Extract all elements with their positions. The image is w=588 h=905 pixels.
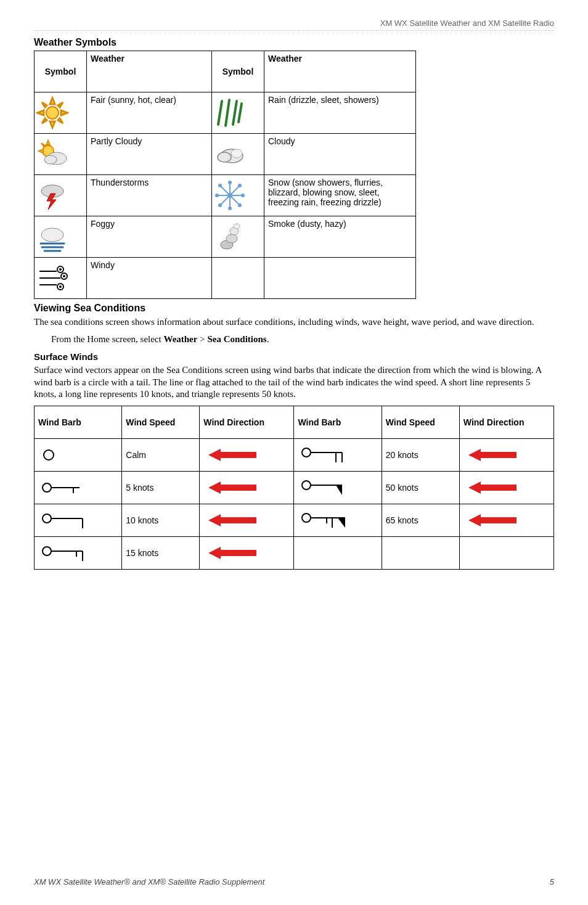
sea-conditions-cmd: From the Home screen, select Weather > S… xyxy=(51,334,554,346)
col-weather: Weather xyxy=(87,51,212,92)
rain-icon xyxy=(213,96,247,129)
svg-line-3 xyxy=(233,101,237,125)
wind-direction-arrow-icon xyxy=(463,446,525,464)
page-footer: XM WX Satellite Weather® and XM® Satelli… xyxy=(34,877,554,887)
wind-barb-20-icon xyxy=(299,444,354,466)
surface-winds-heading: Surface Winds xyxy=(34,351,554,362)
wind-barb-calm-icon xyxy=(39,446,95,464)
svg-point-38 xyxy=(63,275,65,277)
svg-point-17 xyxy=(228,181,232,184)
wind-direction-arrow-icon xyxy=(203,478,265,497)
col-symbol: Symbol xyxy=(212,51,264,92)
windy-icon xyxy=(36,261,69,295)
svg-line-1 xyxy=(218,101,222,125)
wind-table: Wind Barb Wind Speed Wind Direction Wind… xyxy=(34,406,554,570)
svg-point-37 xyxy=(59,268,62,271)
footer-page-number: 5 xyxy=(550,877,554,887)
svg-line-4 xyxy=(239,104,242,122)
table-row: Calm 20 knots xyxy=(35,438,554,471)
wind-direction-arrow-icon xyxy=(463,478,525,497)
svg-point-9 xyxy=(218,152,231,162)
svg-point-49 xyxy=(43,483,51,492)
svg-rect-76 xyxy=(219,550,256,556)
cmd-sep: > xyxy=(197,334,207,344)
table-row: 5 knots 50 knots xyxy=(35,471,554,504)
col-wind-speed: Wind Speed xyxy=(122,406,200,438)
svg-point-54 xyxy=(302,481,311,489)
col-wind-barb: Wind Barb xyxy=(35,406,122,438)
weather-thunderstorms: Thunderstorms xyxy=(87,175,212,216)
wind-direction-arrow-icon xyxy=(203,446,265,464)
table-row: Partly Cloudy Cloudy xyxy=(35,134,416,175)
svg-marker-69 xyxy=(468,514,481,526)
wind-speed: 20 knots xyxy=(382,438,459,471)
wind-direction-arrow-icon xyxy=(203,544,265,562)
foggy-icon xyxy=(36,220,69,253)
weather-rain: Rain (drizzle, sleet, showers) xyxy=(264,92,416,134)
wind-barb-5-icon xyxy=(39,478,95,497)
svg-point-19 xyxy=(215,194,219,197)
header-rule xyxy=(34,30,554,31)
weather-windy: Windy xyxy=(87,258,212,299)
table-row: Fair (sunny, hot, clear) Rain (drizzle, … xyxy=(35,92,416,134)
svg-marker-56 xyxy=(336,485,342,495)
smoke-icon xyxy=(213,220,247,253)
wind-barb-65-icon xyxy=(299,509,354,531)
svg-point-24 xyxy=(218,203,222,207)
svg-point-22 xyxy=(238,203,242,207)
table-row: Symbol Weather Symbol Weather xyxy=(35,51,416,92)
cmd-post: . xyxy=(267,334,269,344)
wind-barb-50-icon xyxy=(299,477,354,499)
wind-speed: 50 knots xyxy=(382,471,459,504)
weather-cloudy: Cloudy xyxy=(264,134,416,175)
wind-speed: 15 knots xyxy=(122,536,200,569)
svg-marker-57 xyxy=(468,481,481,494)
svg-marker-62 xyxy=(208,514,221,526)
svg-point-33 xyxy=(234,224,240,229)
wind-direction-arrow-icon xyxy=(463,511,525,530)
svg-marker-68 xyxy=(338,518,345,528)
svg-point-26 xyxy=(41,228,63,242)
svg-point-31 xyxy=(226,234,237,243)
col-wind-direction: Wind Direction xyxy=(459,406,553,438)
col-wind-barb: Wind Barb xyxy=(294,406,382,438)
svg-point-18 xyxy=(228,207,232,210)
col-wind-speed: Wind Speed xyxy=(382,406,459,438)
weather-fair: Fair (sunny, hot, clear) xyxy=(87,92,212,134)
svg-point-39 xyxy=(59,285,62,288)
header-right: XM WX Satellite Weather and XM Satellite… xyxy=(380,18,554,28)
svg-rect-53 xyxy=(219,485,256,491)
svg-point-10 xyxy=(231,149,242,158)
thunderstorm-icon xyxy=(36,179,69,212)
svg-point-21 xyxy=(218,184,222,187)
wind-barb-15-icon xyxy=(39,543,95,563)
svg-marker-41 xyxy=(208,449,221,461)
partly-cloudy-icon xyxy=(36,137,69,171)
wind-direction-arrow-icon xyxy=(203,511,265,530)
svg-point-25 xyxy=(227,193,232,198)
svg-point-7 xyxy=(44,155,57,164)
weather-partly-cloudy: Partly Cloudy xyxy=(87,134,212,175)
weather-symbols-heading: Weather Symbols xyxy=(34,37,554,48)
svg-marker-75 xyxy=(208,547,221,559)
cmd-weather: Weather xyxy=(163,334,197,344)
table-row: 15 knots xyxy=(35,536,554,569)
sea-conditions-heading: Viewing Sea Conditions xyxy=(34,303,554,314)
col-symbol: Symbol xyxy=(35,51,87,92)
sea-conditions-para: The sea conditions screen shows informat… xyxy=(34,316,554,329)
snow-icon xyxy=(213,179,247,212)
svg-rect-58 xyxy=(480,485,517,491)
svg-rect-63 xyxy=(219,517,256,523)
wind-speed: 65 knots xyxy=(382,504,459,536)
surface-winds-para: Surface wind vectors appear on the Sea C… xyxy=(34,364,554,401)
svg-point-20 xyxy=(241,194,245,197)
svg-rect-42 xyxy=(219,452,256,458)
weather-foggy: Foggy xyxy=(87,216,212,258)
svg-marker-47 xyxy=(468,449,481,461)
col-wind-direction: Wind Direction xyxy=(200,406,294,438)
cmd-sea-conditions: Sea Conditions xyxy=(207,334,266,344)
svg-marker-52 xyxy=(208,481,221,494)
wind-speed: 5 knots xyxy=(122,471,200,504)
svg-point-64 xyxy=(302,514,311,522)
svg-rect-70 xyxy=(480,517,517,523)
